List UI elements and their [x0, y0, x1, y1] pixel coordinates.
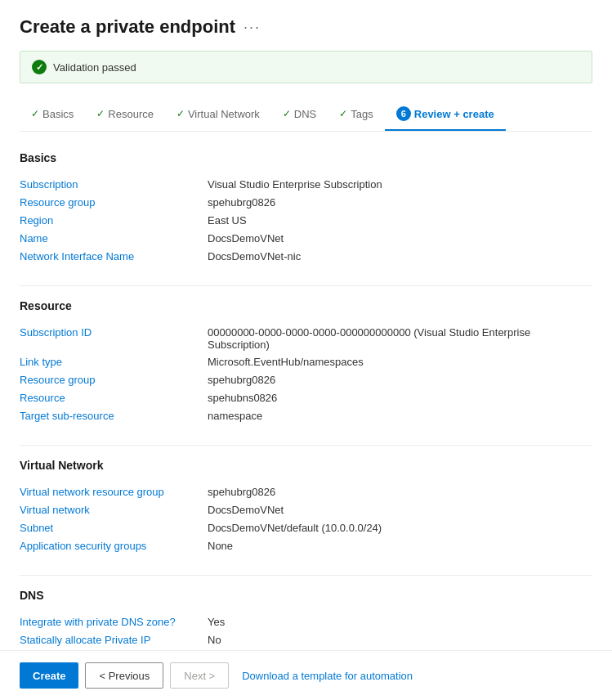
divider-3: [20, 575, 592, 576]
field-name: Name DocsDemoVNet: [20, 230, 592, 248]
dns-section-title: DNS: [20, 589, 592, 605]
divider-2: [20, 445, 592, 446]
create-button[interactable]: Create: [20, 662, 78, 689]
label-nic-name: Network Interface Name: [20, 250, 208, 263]
value-app-security-groups: None: [208, 540, 592, 553]
field-resource: Resource spehubns0826: [20, 389, 592, 407]
label-region: Region: [20, 214, 208, 227]
tab-review-create[interactable]: 6 Review + create: [385, 100, 506, 131]
field-private-dns-zone: Integrate with private DNS zone? Yes: [20, 613, 592, 631]
label-private-dns-zone: Integrate with private DNS zone?: [20, 616, 208, 629]
field-subnet: Subnet DocsDemoVNet/default (10.0.0.0/24…: [20, 519, 592, 537]
value-subscription: Visual Studio Enterprise Subscription: [208, 178, 592, 191]
tab-review-create-label: Review + create: [414, 108, 494, 120]
dns-check-icon: ✓: [283, 108, 291, 119]
virtual-network-section: Virtual Network Virtual network resource…: [20, 459, 592, 555]
tab-resource[interactable]: ✓ Resource: [85, 101, 165, 130]
label-virtual-network: Virtual network: [20, 504, 208, 517]
basics-section: Basics Subscription Visual Studio Enterp…: [20, 151, 592, 266]
label-static-ip: Statically allocate Private IP: [20, 634, 208, 647]
validation-text: Validation passed: [53, 61, 136, 74]
field-static-ip: Statically allocate Private IP No: [20, 631, 592, 649]
previous-button[interactable]: < Previous: [85, 662, 163, 689]
value-static-ip: No: [208, 634, 592, 647]
field-resource-group-basics: Resource group spehubrg0826: [20, 194, 592, 212]
dns-section: DNS Integrate with private DNS zone? Yes…: [20, 589, 592, 649]
value-resource-group-resource: spehubrg0826: [208, 374, 592, 387]
validation-icon: [32, 60, 47, 74]
field-nic-name: Network Interface Name DocsDemoVNet-nic: [20, 248, 592, 266]
automation-link[interactable]: Download a template for automation: [242, 670, 413, 682]
virtual-network-section-title: Virtual Network: [20, 459, 592, 475]
label-app-security-groups: Application security groups: [20, 540, 208, 553]
wizard-tabs: ✓ Basics ✓ Resource ✓ Virtual Network ✓ …: [20, 100, 592, 132]
tab-virtual-network-label: Virtual Network: [188, 108, 260, 120]
label-resource-group-basics: Resource group: [20, 196, 208, 209]
value-link-type: Microsoft.EventHub/namespaces: [208, 356, 592, 369]
ellipsis-menu[interactable]: ···: [243, 19, 261, 36]
label-subscription-id: Subscription ID: [20, 326, 208, 351]
tab-basics[interactable]: ✓ Basics: [20, 101, 85, 130]
field-app-security-groups: Application security groups None: [20, 537, 592, 555]
tab-virtual-network[interactable]: ✓ Virtual Network: [165, 101, 271, 130]
value-region: East US: [208, 214, 592, 227]
resource-section-title: Resource: [20, 299, 592, 316]
label-resource: Resource: [20, 392, 208, 405]
field-target-sub-resource: Target sub-resource namespace: [20, 407, 592, 425]
value-subscription-id: 00000000-0000-0000-0000-000000000000 (Vi…: [208, 326, 592, 351]
tags-check-icon: ✓: [339, 108, 347, 119]
label-resource-group-resource: Resource group: [20, 374, 208, 387]
basics-section-title: Basics: [20, 151, 592, 168]
field-resource-group-resource: Resource group spehubrg0826: [20, 371, 592, 389]
label-link-type: Link type: [20, 356, 208, 369]
value-name: DocsDemoVNet: [208, 232, 592, 245]
label-subscription: Subscription: [20, 178, 208, 191]
basics-check-icon: ✓: [31, 108, 39, 119]
value-resource: spehubns0826: [208, 392, 592, 405]
value-subnet: DocsDemoVNet/default (10.0.0.0/24): [208, 522, 592, 535]
tab-dns-label: DNS: [294, 108, 316, 120]
field-subscription-id: Subscription ID 00000000-0000-0000-0000-…: [20, 324, 592, 353]
validation-banner: Validation passed: [20, 51, 592, 83]
field-region: Region East US: [20, 212, 592, 230]
next-button[interactable]: Next >: [170, 662, 229, 689]
value-target-sub-resource: namespace: [208, 410, 592, 423]
value-private-dns-zone: Yes: [208, 616, 592, 629]
label-vnet-resource-group: Virtual network resource group: [20, 486, 208, 499]
tab-basics-label: Basics: [42, 108, 74, 120]
label-target-sub-resource: Target sub-resource: [20, 410, 208, 423]
tab-tags-label: Tags: [351, 108, 373, 120]
field-link-type: Link type Microsoft.EventHub/namespaces: [20, 353, 592, 371]
vnet-check-icon: ✓: [176, 108, 185, 119]
value-resource-group-basics: spehubrg0826: [208, 196, 592, 209]
title-text: Create a private endpoint: [20, 16, 235, 38]
resource-check-icon: ✓: [96, 108, 105, 119]
tab-resource-label: Resource: [108, 108, 154, 120]
divider-1: [20, 285, 592, 286]
field-virtual-network: Virtual network DocsDemoVNet: [20, 501, 592, 519]
review-badge: 6: [396, 106, 411, 121]
tab-dns[interactable]: ✓ DNS: [271, 101, 328, 130]
page-title: Create a private endpoint ···: [20, 16, 592, 38]
value-nic-name: DocsDemoVNet-nic: [208, 250, 592, 263]
tab-tags[interactable]: ✓ Tags: [328, 101, 384, 130]
field-vnet-resource-group: Virtual network resource group spehubrg0…: [20, 483, 592, 501]
resource-section: Resource Subscription ID 00000000-0000-0…: [20, 299, 592, 425]
footer: Create < Previous Next > Download a temp…: [0, 650, 612, 700]
label-subnet: Subnet: [20, 522, 208, 535]
field-subscription: Subscription Visual Studio Enterprise Su…: [20, 176, 592, 194]
value-vnet-resource-group: spehubrg0826: [208, 486, 592, 499]
value-virtual-network: DocsDemoVNet: [208, 504, 592, 517]
label-name: Name: [20, 232, 208, 245]
